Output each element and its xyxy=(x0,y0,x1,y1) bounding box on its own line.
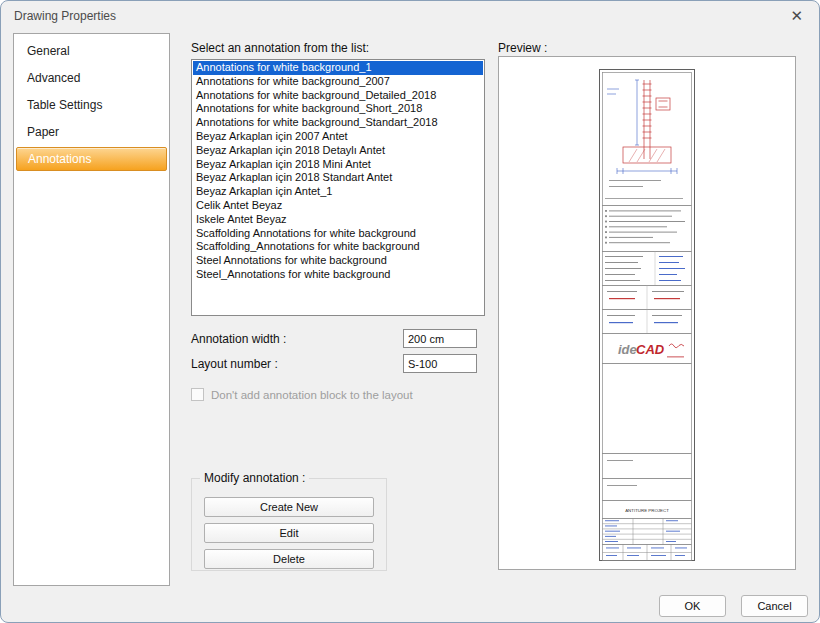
annotation-width-label: Annotation width : xyxy=(191,332,286,346)
logo-ide: ide xyxy=(618,342,637,357)
annotation-list-item[interactable]: Scaffolding_Annotations for white backgr… xyxy=(193,240,483,254)
annotation-list-item[interactable]: Beyaz Arkaplan için 2018 Detaylı Antet xyxy=(193,144,483,158)
annotation-list-item[interactable]: Scaffolding Annotations for white backgr… xyxy=(193,227,483,241)
modify-annotation-group: Modify annotation : Create New Edit Dele… xyxy=(191,478,387,571)
annotation-list-item[interactable]: Annotations for white background_Standar… xyxy=(193,116,483,130)
annotation-list-item[interactable]: Beyaz Arkaplan için Antet_1 xyxy=(193,185,483,199)
sidebar-item[interactable]: General xyxy=(14,38,169,65)
annotation-list-item[interactable]: Celik Antet Beyaz xyxy=(193,199,483,213)
edit-button[interactable]: Edit xyxy=(204,523,374,543)
layout-number-label: Layout number : xyxy=(191,357,278,371)
sidebar-item[interactable]: Table Settings xyxy=(14,92,169,119)
annotation-list-item[interactable]: Beyaz Arkaplan için 2018 Standart Antet xyxy=(193,171,483,185)
create-new-button[interactable]: Create New xyxy=(204,497,374,517)
drawing-properties-dialog: Drawing Properties ✕ GeneralAdvancedTabl… xyxy=(0,0,820,623)
layout-number-input[interactable] xyxy=(403,354,477,373)
project-title: ANTITURE PROJECT xyxy=(625,508,669,513)
logo-cad: CAD xyxy=(636,342,665,357)
annotation-list-item[interactable]: Annotations for white background_1 xyxy=(193,61,483,75)
sidebar-item[interactable]: Advanced xyxy=(14,65,169,92)
annotation-list-item[interactable]: Steel Annotations for white background xyxy=(193,254,483,268)
delete-button[interactable]: Delete xyxy=(204,549,374,569)
ok-button[interactable]: OK xyxy=(659,595,726,617)
annotation-list-label: Select an annotation from the list: xyxy=(191,41,369,55)
dont-add-annotation-label: Don't add annotation block to the layout xyxy=(211,389,413,401)
modify-annotation-title: Modify annotation : xyxy=(200,471,309,485)
annotation-list-item[interactable]: Annotations for white background_Detaile… xyxy=(193,89,483,103)
close-icon[interactable]: ✕ xyxy=(790,7,803,25)
annotation-list-item[interactable]: Beyaz Arkaplan için 2007 Antet xyxy=(193,130,483,144)
sidebar: GeneralAdvancedTable SettingsPaperAnnota… xyxy=(13,33,170,586)
titlebar: Drawing Properties ✕ xyxy=(1,1,819,31)
annotation-list-item[interactable]: Annotations for white background_2007 xyxy=(193,75,483,89)
window-title: Drawing Properties xyxy=(14,9,116,23)
annotation-list-item[interactable]: Iskele Antet Beyaz xyxy=(193,213,483,227)
preview-sheet: ide CAD ANTITURE PROJECT xyxy=(599,69,695,561)
preview-label: Preview : xyxy=(498,41,547,55)
annotation-list-item[interactable]: Beyaz Arkaplan için 2018 Mini Antet xyxy=(193,158,483,172)
sidebar-item[interactable]: Paper xyxy=(14,119,169,146)
cancel-button[interactable]: Cancel xyxy=(741,595,808,617)
dont-add-annotation-checkbox[interactable] xyxy=(191,388,204,401)
annotation-list-item[interactable]: Steel_Annotations for white background xyxy=(193,268,483,282)
preview-panel: ide CAD ANTITURE PROJECT xyxy=(498,56,796,570)
annotation-listbox[interactable]: Annotations for white background_1Annota… xyxy=(191,59,485,316)
annotation-list-item[interactable]: Annotations for white background_Short_2… xyxy=(193,102,483,116)
annotation-width-input[interactable] xyxy=(403,329,477,348)
sidebar-item[interactable]: Annotations xyxy=(16,147,167,171)
